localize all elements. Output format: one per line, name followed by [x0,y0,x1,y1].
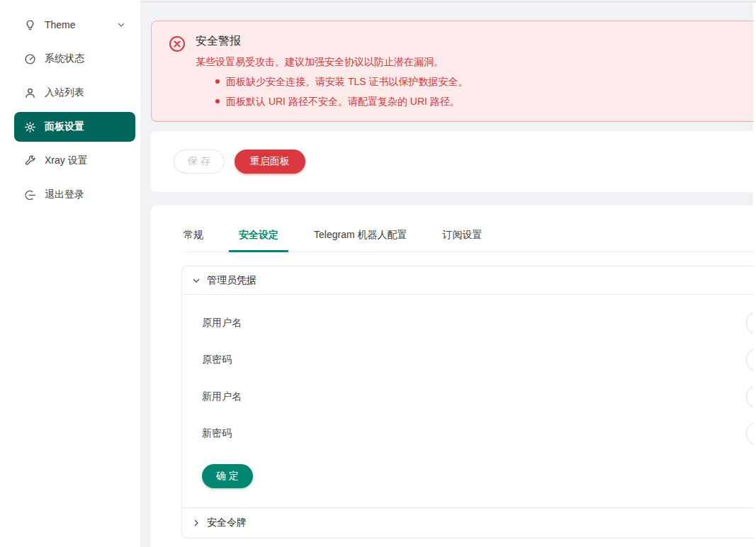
alert-list-item: 面板缺少安全连接。请安装 TLS 证书以保护数据安全。 [196,72,468,91]
logout-icon [24,189,36,201]
tab-subscription[interactable]: 订阅设置 [442,229,482,252]
collapse-header-admin-credentials[interactable]: 管理员凭据 [182,266,756,295]
sidebar-item-label: 系统状态 [45,52,128,65]
field-label: 新密码 [202,427,232,440]
settings-tabs: 常规 安全设定 Telegram 机器人配置 订阅设置 [184,229,756,252]
gear-icon [24,121,36,133]
sidebar-item-inbounds[interactable]: 入站列表 [14,78,135,108]
collapse-title: 管理员凭据 [207,274,256,287]
restart-panel-button[interactable]: 重启面板 [235,150,305,174]
sidebar-item-label: Theme [45,19,117,30]
sidebar-item-theme[interactable]: Theme [14,10,135,40]
sidebar-item-label: 入站列表 [45,86,128,99]
sidebar: Theme 系统状态 入站列表 面板设置 [0,0,140,547]
toolbar-card: 保 存 重启面板 [151,131,756,192]
security-collapse-group: 管理员凭据 原用户名 原密码 [181,266,756,538]
scrollbar-track[interactable] [753,3,756,547]
collapse-title: 安全令牌 [207,517,247,529]
form-row: 新用户名 [202,378,756,415]
sidebar-item-label: Xray 设置 [45,154,128,167]
sidebar-item-xray-settings[interactable]: Xray 设置 [14,146,135,176]
collapse-header-secret-token[interactable]: 安全令牌 [182,507,756,538]
sidebar-item-system-status[interactable]: 系统状态 [14,44,135,74]
field-label: 原密码 [202,354,232,366]
form-row: 原密码 [202,342,756,378]
tab-telegram-bot[interactable]: Telegram 机器人配置 [314,229,407,252]
alert-title: 安全警报 [196,34,468,49]
content: 安全警报 某些设置易受攻击。建议加强安全协议以防止潜在漏洞。 面板缺少安全连接。… [140,2,756,547]
admin-credentials-form: 原用户名 原密码 [182,295,756,507]
user-icon [24,87,36,99]
alert-list-item: 面板默认 URI 路径不安全。请配置复杂的 URI 路径。 [196,91,468,111]
sidebar-item-label: 退出登录 [45,188,128,201]
alert-content: 安全警报 某些设置易受攻击。建议加强安全协议以防止潜在漏洞。 面板缺少安全连接。… [196,34,468,111]
chevron-right-icon [192,519,201,527]
confirm-row: 确 定 [202,464,756,488]
tab-general[interactable]: 常规 [184,229,203,252]
form-row: 原用户名 [202,305,756,342]
security-alert: 安全警报 某些设置易受攻击。建议加强安全协议以防止潜在漏洞。 面板缺少安全连接。… [151,21,756,122]
sidebar-item-panel-settings[interactable]: 面板设置 [14,112,135,142]
bulb-icon [24,19,36,31]
chevron-down-icon [117,21,125,29]
alert-list: 面板缺少安全连接。请安装 TLS 证书以保护数据安全。 面板默认 URI 路径不… [196,72,468,111]
save-button[interactable]: 保 存 [174,150,225,174]
alert-message: 某些设置易受攻击。建议加强安全协议以防止潜在漏洞。 [196,54,468,69]
settings-panel-card: 常规 安全设定 Telegram 机器人配置 订阅设置 管理员凭据 原用户名 [151,205,756,547]
chevron-down-icon [192,276,201,285]
main-area: 安全警报 某些设置易受攻击。建议加强安全协议以防止潜在漏洞。 面板缺少安全连接。… [140,0,756,547]
field-label: 新用户名 [202,390,242,403]
field-label: 原用户名 [202,317,242,329]
error-circle-icon [169,35,186,52]
wrench-icon [24,155,36,167]
confirm-button[interactable]: 确 定 [202,464,253,488]
tab-security[interactable]: 安全设定 [239,229,278,252]
sidebar-item-logout[interactable]: 退出登录 [14,180,135,210]
dashboard-icon [24,53,36,65]
form-row: 新密码 [202,415,756,452]
sidebar-item-label: 面板设置 [45,120,128,133]
